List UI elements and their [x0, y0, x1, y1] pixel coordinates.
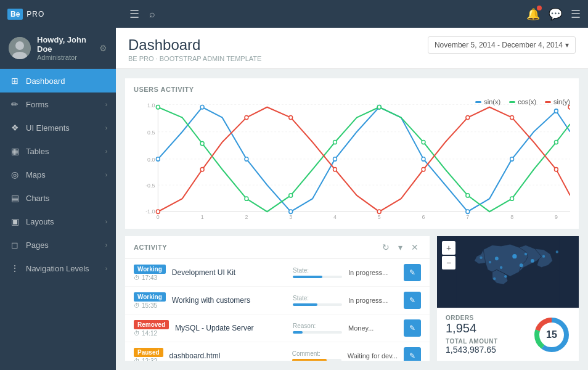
activity-badge: Working [134, 292, 166, 302]
sidebar-item-nav-levels[interactable]: ⋮ Navigation Levels › [0, 257, 116, 280]
settings-icon[interactable]: ⚙ [99, 43, 107, 53]
map-panel: + − [437, 236, 579, 361]
hamburger-icon[interactable]: ☰ [129, 7, 139, 21]
user-panel: Howdy, John Doe Administrator ⚙ [0, 28, 116, 69]
date-range-picker[interactable]: November 5, 2014 - December 4, 2014 ▾ [428, 36, 576, 54]
bottom-area: ACTIVITY ↻ ▾ ✕ Working ⏱17:43 Developmen… [125, 236, 579, 361]
zoom-in-button[interactable]: + [442, 241, 455, 255]
svg-point-46 [200, 168, 204, 171]
lines-icon: ☰ [571, 8, 581, 20]
refresh-button[interactable]: ↻ [380, 242, 392, 252]
menu-icon-charts: ▤ [9, 193, 21, 203]
activity-actions: ↻ ▾ ✕ [380, 242, 421, 252]
sidebar-item-ui-elements[interactable]: ❖ UI Elements › [0, 116, 116, 139]
activity-time: ⏱14:12 [134, 330, 169, 337]
menu-icon-dashboard: ⊞ [9, 76, 21, 86]
chat-icon: 💬 [549, 8, 562, 20]
chart-title: USERS ACTIVITY [134, 86, 570, 93]
activity-title: ACTIVITY [134, 244, 380, 251]
activity-badge-area: Paused ⏱12:32 [134, 347, 163, 361]
svg-point-51 [422, 168, 425, 171]
sidebar-item-forms[interactable]: ✏ Forms › [0, 92, 116, 116]
zoom-out-button[interactable]: − [442, 256, 455, 269]
page-title: Dashboard [128, 36, 261, 54]
svg-text:9: 9 [555, 214, 558, 220]
svg-text:4: 4 [333, 214, 337, 220]
content-area: USERS ACTIVITY sin(x) cos(x) [116, 69, 588, 370]
notification-badge [537, 6, 542, 10]
activity-name: Development UI Kit [172, 268, 287, 277]
svg-point-42 [466, 194, 470, 197]
activity-badge: Paused [134, 348, 163, 357]
svg-point-57 [495, 257, 499, 260]
search-icon[interactable]: ⌕ [149, 9, 155, 20]
orders-info: ORDERS 1,954 TOTAL AMOUNT 1,543,987.65 [446, 314, 498, 355]
svg-point-38 [289, 194, 293, 197]
orders-count: 1,954 [446, 321, 498, 335]
close-button[interactable]: ✕ [409, 242, 421, 252]
edit-button[interactable]: ✎ [404, 264, 421, 281]
menu-button[interactable]: ☰ [571, 7, 581, 21]
svg-text:1.0: 1.0 [147, 102, 155, 108]
progress-bar [293, 276, 342, 278]
sidebar-item-tables[interactable]: ▦ Tables › [0, 139, 116, 163]
menu-icon-layouts: ▣ [9, 216, 21, 226]
svg-point-40 [377, 105, 381, 109]
svg-point-33 [510, 157, 514, 161]
legend-dot-siny [545, 101, 551, 103]
donut-chart: 15 [533, 316, 570, 353]
sidebar-item-maps[interactable]: ◎ Maps › [0, 163, 116, 186]
progress-fill [293, 331, 303, 334]
sidebar-item-pages[interactable]: ◻ Pages › [0, 233, 116, 257]
legend-label-sinx: sin(x) [484, 98, 500, 105]
edit-button[interactable]: ✎ [404, 347, 421, 361]
activity-badge-area: Working ⏱15:35 [134, 292, 166, 309]
page-title-area: Dashboard BE PRO · BOOTSTRAP ADMIN TEMPL… [128, 36, 261, 62]
notification-button[interactable]: 🔔 [526, 7, 540, 21]
svg-text:7: 7 [466, 214, 469, 220]
sidebar-item-dashboard[interactable]: ⊞ Dashboard [0, 69, 116, 92]
sidebar-item-layouts[interactable]: ▣ Layouts › [0, 210, 116, 233]
svg-point-55 [568, 105, 570, 109]
edit-button[interactable]: ✎ [404, 292, 421, 309]
progress-bar [293, 331, 342, 334]
date-range-text: November 5, 2014 - December 4, 2014 [435, 41, 563, 49]
svg-text:6: 6 [422, 214, 425, 220]
line-chart: 1.0 0.5 0.0 -0.5 -1.0 0 1 2 3 4 5 6 7 [134, 98, 570, 221]
activity-state: State: [293, 295, 342, 306]
menu-label-layouts: Layouts [26, 217, 105, 226]
activity-name: Working with customers [172, 296, 287, 305]
top-navbar: Be PRO ☰ ⌕ 🔔 💬 ☰ [0, 0, 588, 28]
menu-icon-nav-levels: ⋮ [9, 263, 21, 273]
menu-label-tables: Tables [26, 147, 105, 156]
activity-badge: Removed [134, 320, 169, 329]
menu-icon-forms: ✏ [9, 99, 21, 109]
activity-state-value: In progress... [348, 297, 398, 304]
svg-point-58 [512, 254, 517, 258]
activity-state: Comment: [292, 350, 341, 361]
svg-point-1 [15, 41, 24, 50]
sidebar-item-charts[interactable]: ▤ Charts [0, 186, 116, 210]
map-container: + − [437, 236, 579, 308]
chart-container: sin(x) cos(x) sin(y) [134, 98, 570, 221]
activity-panel: ACTIVITY ↻ ▾ ✕ Working ⏱17:43 Developmen… [125, 236, 430, 361]
progress-bar [293, 303, 342, 306]
progress-bar [292, 359, 341, 361]
svg-point-39 [333, 140, 337, 144]
user-name: Howdy, John Doe [37, 35, 93, 54]
edit-button[interactable]: ✎ [404, 319, 421, 337]
legend-label-cosx: cos(x) [518, 98, 536, 105]
orders-label: ORDERS [446, 314, 498, 321]
legend-sinx: sin(x) [475, 98, 500, 105]
svg-point-60 [531, 259, 534, 263]
state-label: Reason: [293, 323, 342, 329]
svg-point-50 [377, 210, 381, 213]
menu-icon-ui-elements: ❖ [9, 123, 21, 133]
top-nav-left-icons: ☰ ⌕ [129, 7, 155, 21]
total-label: TOTAL AMOUNT [446, 338, 498, 345]
svg-point-36 [200, 142, 204, 146]
expand-button[interactable]: ▾ [396, 242, 405, 252]
messages-button[interactable]: 💬 [549, 7, 562, 21]
activity-state: Reason: [293, 323, 342, 334]
svg-point-59 [525, 253, 527, 255]
